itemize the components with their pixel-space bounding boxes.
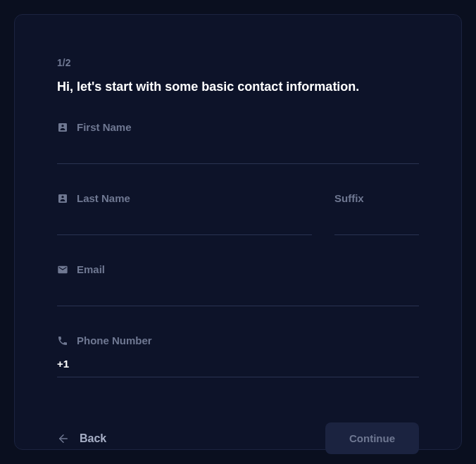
person-card-icon [57,193,68,204]
email-label: Email [57,263,419,275]
suffix-group: Suffix [334,192,419,235]
first-name-group: First Name [57,121,419,164]
continue-button[interactable]: Continue [325,422,419,454]
email-label-text: Email [77,263,105,275]
first-name-label-text: First Name [77,121,132,133]
form-body: First Name Last Name Suffix [57,121,419,406]
phone-label-text: Phone Number [77,334,152,346]
last-name-field[interactable] [57,210,312,235]
form-footer: Back Continue [57,422,419,454]
email-group: Email [57,263,419,306]
suffix-label-text: Suffix [334,192,364,204]
arrow-left-icon [57,432,70,445]
phone-group: Phone Number [57,334,419,377]
last-name-label-text: Last Name [77,192,130,204]
email-field[interactable] [57,281,419,306]
page-title: Hi, let's start with some basic contact … [57,80,419,94]
first-name-label: First Name [57,121,419,133]
back-button[interactable]: Back [57,427,106,451]
suffix-label: Suffix [334,192,419,204]
step-indicator: 1/2 [57,57,419,68]
phone-icon [57,335,68,346]
phone-label: Phone Number [57,334,419,346]
back-button-label: Back [80,432,106,445]
envelope-icon [57,264,68,275]
first-name-field[interactable] [57,139,419,164]
phone-field[interactable] [57,352,419,377]
suffix-field[interactable] [334,210,419,235]
contact-form-card: 1/2 Hi, let's start with some basic cont… [14,14,462,450]
last-name-label: Last Name [57,192,312,204]
person-card-icon [57,122,68,133]
last-name-group: Last Name [57,192,312,235]
